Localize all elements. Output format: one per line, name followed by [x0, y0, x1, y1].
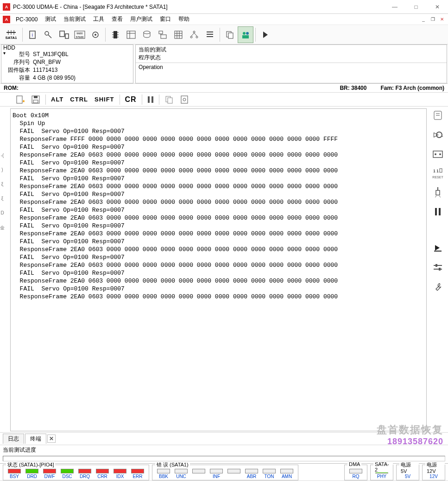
right-board-button[interactable]: [431, 148, 445, 160]
newfile-icon: ✦: [15, 95, 25, 104]
right-reset-button[interactable]: 11 RESET: [432, 168, 443, 179]
menubar: A PC-3000 测试 当前测试 工具 查看 用户测试 窗口 帮助 _ ❐ ✕: [0, 14, 448, 25]
toolbar-hex-button[interactable]: [123, 26, 139, 43]
menu-user-test[interactable]: 用户测试: [126, 14, 156, 25]
close-button[interactable]: ✕: [427, 0, 448, 14]
svg-point-58: [183, 98, 186, 101]
play-icon: [262, 31, 269, 38]
watermark: 盘首数据恢复 18913587620: [377, 423, 443, 447]
svg-text:9600: 9600: [76, 32, 83, 35]
ctrl-key-button[interactable]: CTRL: [69, 95, 89, 104]
toolbar-key-button[interactable]: [40, 26, 56, 43]
serial-label: 序列号: [4, 58, 30, 66]
settings-doc-button[interactable]: [179, 94, 190, 105]
led-dwf: DWF: [41, 469, 58, 479]
hdd-chevron-icon[interactable]: ▾: [3, 50, 6, 56]
database-icon: [142, 31, 151, 39]
led-label: ERR: [133, 474, 142, 479]
svg-point-36: [196, 36, 198, 38]
tab-log[interactable]: 日志: [3, 434, 24, 444]
right-play-button[interactable]: [431, 242, 445, 254]
mdi-minimize-button[interactable]: _: [419, 16, 428, 23]
terminal-toolbar: ✦ ALT CTRL SHIFT CR: [0, 93, 448, 107]
toolbar-db-button[interactable]: [139, 26, 155, 43]
svg-line-7: [48, 35, 51, 38]
toolbar-play-button[interactable]: [258, 26, 273, 43]
led-lamp: [175, 469, 188, 473]
mdi-restore-button[interactable]: ❐: [429, 16, 437, 23]
copy-text-button[interactable]: [163, 94, 175, 105]
menu-window[interactable]: 窗口: [156, 14, 175, 25]
svg-rect-72: [436, 190, 440, 195]
right-adjust-button[interactable]: [431, 261, 445, 273]
menu-tools[interactable]: 工具: [89, 14, 108, 25]
toolbar-copy-button[interactable]: [222, 26, 238, 43]
p12-legend: 电源 12V: [425, 461, 445, 474]
pause-button[interactable]: [146, 95, 155, 104]
document-gear-icon: [180, 95, 189, 104]
svg-point-67: [439, 153, 441, 155]
bottom-tabs: 日志 终端 ✕ 盘首数据恢复 18913587620: [0, 432, 448, 445]
menu-app[interactable]: PC-3000: [12, 15, 41, 24]
people-icon: [241, 30, 250, 39]
toolbar-list-button[interactable]: [202, 26, 218, 43]
toolbar-grid-button[interactable]: [170, 26, 186, 43]
terminal-output[interactable]: Boot 0x10M Spin Up FAIL Servo Op=0100 Re…: [10, 108, 427, 431]
sata1-label: SATA1: [5, 36, 17, 40]
connector-icon: [6, 29, 16, 36]
shift-key-button[interactable]: SHIFT: [93, 95, 116, 104]
sata1-button[interactable]: SATA1: [2, 26, 20, 43]
save-button[interactable]: [30, 94, 42, 105]
cap-label: 容量: [4, 74, 30, 82]
cap-value: 4 GB (8 089 950): [33, 74, 76, 82]
toolbar-gear-button[interactable]: [88, 26, 103, 43]
right-script-button[interactable]: [431, 109, 445, 121]
svg-rect-9: [65, 34, 69, 38]
toolbar-people-button[interactable]: [238, 26, 253, 43]
serial-value: QNR_BFW: [33, 58, 61, 66]
right-jumper-button[interactable]: [431, 186, 445, 198]
svg-point-25: [144, 31, 150, 34]
current-test-value: 程序状态: [139, 54, 444, 62]
led-lamp: [210, 469, 223, 473]
right-disc-button[interactable]: ▷◁: [431, 129, 445, 141]
right-pause-button[interactable]: [431, 206, 445, 218]
right-wrench-button[interactable]: [431, 281, 445, 293]
toolbar-tree-button[interactable]: [186, 26, 202, 43]
svg-rect-29: [175, 31, 182, 38]
cr-key-button[interactable]: CR: [124, 94, 138, 105]
menu-view[interactable]: 查看: [108, 14, 126, 25]
toolbar-structure-button[interactable]: [155, 26, 170, 43]
fw-label: 固件版本: [4, 66, 30, 74]
menu-test[interactable]: 测试: [41, 14, 60, 25]
toolbar-chip-button[interactable]: [107, 26, 123, 43]
led-abr: ABR: [243, 469, 260, 479]
menu-current-test[interactable]: 当前测试: [60, 14, 89, 25]
minimize-button[interactable]: ―: [384, 0, 405, 14]
app-menu-icon[interactable]: A: [3, 16, 10, 23]
led-label: DWF: [44, 474, 55, 479]
menu-help[interactable]: 帮助: [175, 14, 193, 25]
alt-key-button[interactable]: ALT: [50, 95, 65, 104]
toolbar-info-button[interactable]: i: [25, 26, 40, 43]
toolbar-baud-button[interactable]: 960057600: [72, 26, 88, 43]
reset-icon: 11: [433, 168, 442, 174]
toolbar-device-button[interactable]: [56, 26, 72, 43]
sliders-icon: [433, 263, 443, 271]
mdi-close-button[interactable]: ✕: [438, 16, 446, 23]
tab-close-button[interactable]: ✕: [47, 435, 56, 443]
maximize-button[interactable]: □: [405, 0, 427, 14]
svg-text:1: 1: [436, 169, 439, 173]
left-gutter: -()ξξD金: [0, 107, 5, 432]
right-toolbar: ▷◁ 11 RESET: [428, 107, 448, 432]
chip-icon: [112, 30, 119, 39]
svg-line-74: [439, 196, 441, 197]
board-icon: [432, 150, 443, 158]
new-file-button[interactable]: ✦: [14, 94, 26, 105]
baud-icon: 960057600: [74, 30, 85, 39]
led-label: 5V: [405, 474, 410, 479]
svg-point-6: [45, 31, 49, 35]
tab-terminal[interactable]: 终端: [25, 434, 46, 444]
led-ton: TON: [261, 469, 278, 479]
svg-rect-26: [161, 35, 166, 38]
